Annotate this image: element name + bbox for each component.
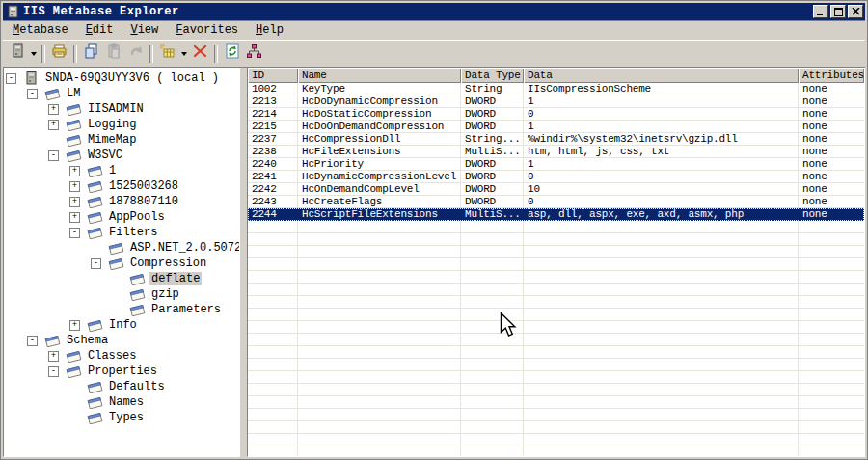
- tree-toggle[interactable]: +: [69, 320, 80, 331]
- tree-item-label: Defaults: [107, 380, 167, 393]
- menu-item[interactable]: View: [122, 21, 167, 39]
- tree-item-label: 1878807110: [107, 195, 180, 208]
- tree-item[interactable]: - LM: [4, 86, 239, 101]
- paste-icon: [106, 43, 122, 64]
- tree-item[interactable]: Defaults: [4, 379, 239, 394]
- new-key-dropdown-arrow[interactable]: [178, 43, 189, 65]
- tree-item-label: W3SVC: [86, 149, 124, 162]
- tree-item[interactable]: + Info: [4, 317, 239, 333]
- tree-item[interactable]: gzip: [4, 286, 239, 302]
- cell-data: 0: [524, 108, 799, 121]
- tree-item-label: Types: [107, 411, 146, 424]
- column-header-data[interactable]: Data: [524, 68, 799, 83]
- metabase-key-icon: [66, 349, 82, 363]
- tree-toggle[interactable]: -: [27, 89, 38, 99]
- copy-button[interactable]: [80, 43, 102, 65]
- tree-item[interactable]: + AppPools: [4, 209, 239, 225]
- tree-item[interactable]: + 1: [4, 163, 239, 178]
- metabase-key-icon: [44, 334, 61, 347]
- tree-toggle[interactable]: -: [69, 228, 80, 238]
- paste-button[interactable]: [102, 43, 124, 65]
- table-row[interactable]: 2242 HcOnDemandCompLevel DWORD 10 none: [248, 183, 864, 196]
- tree-toggle[interactable]: -: [48, 150, 59, 161]
- new-key-button[interactable]: [156, 43, 178, 65]
- table-row[interactable]: 1002 KeyType String IIsCompressionScheme…: [248, 83, 864, 95]
- column-header-attributes[interactable]: Attributes: [799, 68, 864, 83]
- table-row[interactable]: 2244 HcScriptFileExtensions MultiS... as…: [248, 208, 864, 221]
- table-row[interactable]: 2237 HcCompressionDll String... %windir%…: [248, 133, 864, 146]
- delete-button[interactable]: [189, 43, 211, 65]
- menu-item[interactable]: Help: [247, 21, 292, 39]
- tree-item[interactable]: - Compression: [4, 256, 239, 271]
- tree-item[interactable]: ASP.NET_2.0.50727.0: [4, 240, 239, 256]
- tree-item[interactable]: - Properties: [4, 364, 239, 379]
- column-header-name[interactable]: Name: [298, 68, 461, 83]
- cell-attributes: none: [799, 146, 864, 158]
- menu-item[interactable]: Favorites: [167, 21, 247, 39]
- tree-item[interactable]: + IISADMIN: [4, 101, 239, 117]
- tree-item[interactable]: MimeMap: [4, 132, 239, 148]
- cell-data: 1: [524, 121, 799, 133]
- tree-item[interactable]: - W3SVC: [4, 148, 239, 163]
- table-row[interactable]: 2213 HcDoDynamicCompression DWORD 1 none: [248, 95, 864, 108]
- tree-toggle[interactable]: +: [48, 351, 59, 362]
- cell-id: 2244: [248, 208, 298, 221]
- tree-item[interactable]: - Schema: [4, 333, 239, 348]
- tree-toggle[interactable]: +: [48, 120, 59, 130]
- tree-toggle[interactable]: +: [69, 197, 80, 207]
- tree-item-label: AppPools: [107, 210, 167, 224]
- tree-toggle[interactable]: -: [48, 366, 59, 377]
- window-title: IIS Metabase Explorer: [23, 5, 813, 18]
- table-row[interactable]: 2215 HcDoOnDemandCompression DWORD 1 non…: [248, 121, 864, 133]
- table-row[interactable]: 2241 HcDynamicCompressionLevel DWORD 0 n…: [248, 171, 864, 183]
- tree-view-button[interactable]: [243, 43, 265, 65]
- metabase-key-icon: [87, 226, 103, 239]
- tree-toggle[interactable]: -: [27, 336, 38, 346]
- connect-button[interactable]: [6, 43, 28, 65]
- tree-item[interactable]: - SNDA-69Q3UYY3V6 ( local ): [4, 70, 239, 86]
- table-row[interactable]: 2243 HcCreateFlags DWORD 0 none: [248, 196, 864, 208]
- column-header-data-type[interactable]: Data Type: [461, 68, 524, 83]
- cell-attributes: none: [799, 121, 864, 133]
- refresh-button[interactable]: [221, 43, 243, 65]
- menu-item[interactable]: Edit: [77, 21, 122, 39]
- tree-item[interactable]: + Classes: [4, 348, 239, 364]
- tree-item[interactable]: - Filters: [4, 225, 239, 240]
- column-header-id[interactable]: ID: [248, 68, 298, 83]
- tree-toggle[interactable]: -: [91, 258, 101, 269]
- cell-name: HcCompressionDll: [298, 133, 461, 146]
- maximize-button[interactable]: [830, 5, 846, 18]
- tree-item[interactable]: deflate: [4, 271, 239, 286]
- tree-toggle[interactable]: +: [48, 104, 59, 115]
- tree-toggle[interactable]: +: [69, 212, 80, 223]
- tree-item[interactable]: Parameters: [4, 302, 239, 317]
- tree-toggle[interactable]: +: [69, 166, 80, 176]
- cell-name: KeyType: [298, 83, 461, 95]
- tree-toggle[interactable]: +: [69, 181, 80, 192]
- connect-dropdown-arrow[interactable]: [28, 43, 39, 65]
- metabase-key-icon: [108, 241, 124, 255]
- tree-item[interactable]: + 1878807110: [4, 194, 239, 209]
- menu-item[interactable]: Metabase: [4, 21, 77, 39]
- tree-item-label: 1: [107, 164, 118, 177]
- table-row[interactable]: 2240 HcPriority DWORD 1 none: [248, 158, 864, 171]
- undo-button[interactable]: [124, 43, 147, 65]
- tree-item[interactable]: + Logging: [4, 117, 239, 132]
- table-row[interactable]: 2238 HcFileExtensions MultiS... htm, htm…: [248, 146, 864, 158]
- metabase-key-icon: [87, 395, 103, 409]
- metabase-key-icon: [66, 149, 82, 162]
- cell-data: 1: [524, 158, 799, 171]
- panel-splitter[interactable]: [240, 68, 247, 457]
- tree-item[interactable]: + 1525003268: [4, 178, 239, 194]
- tree-toggle[interactable]: -: [6, 73, 16, 84]
- close-button[interactable]: [848, 5, 863, 18]
- metabase-key-icon: [87, 179, 103, 193]
- minimize-button[interactable]: [813, 5, 828, 18]
- tree-item[interactable]: Types: [4, 410, 239, 425]
- print-button[interactable]: [48, 43, 70, 65]
- cell-data: IIsCompressionScheme: [524, 83, 799, 95]
- cell-data: htm, html, js, css, txt: [524, 146, 799, 158]
- tree-item-label: Filters: [107, 226, 159, 239]
- table-row[interactable]: 2214 HcDoStaticCompression DWORD 0 none: [248, 108, 864, 121]
- tree-item[interactable]: Names: [4, 394, 239, 410]
